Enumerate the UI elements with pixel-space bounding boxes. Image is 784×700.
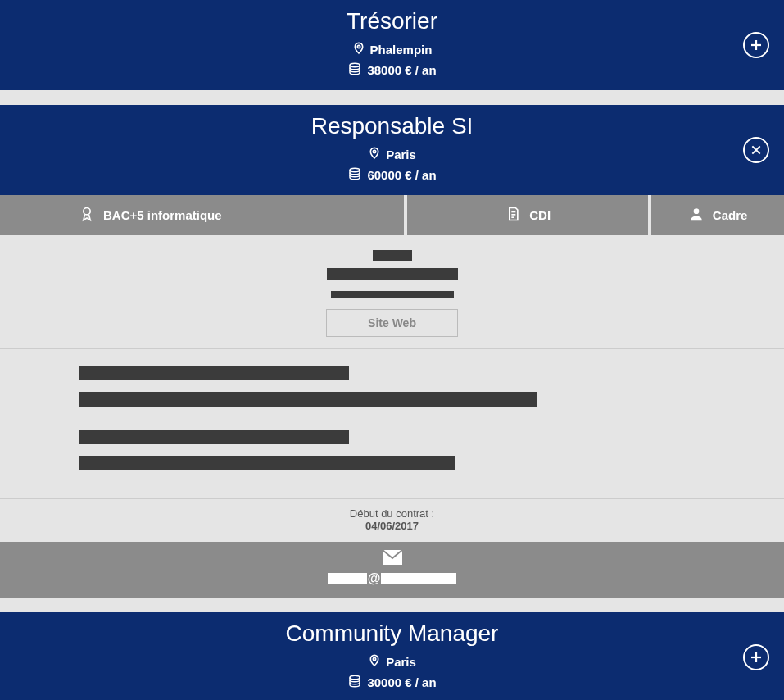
job-header: Trésorier Phalempin 38000 € / an — [0, 0, 784, 90]
close-button[interactable] — [743, 137, 769, 163]
svg-point-14 — [373, 657, 375, 660]
coins-icon — [347, 61, 362, 79]
job-location-row: Phalempin — [0, 41, 784, 58]
mail-icon — [0, 550, 784, 568]
info-block: Site Web — [0, 235, 784, 348]
svg-point-4 — [373, 150, 375, 152]
contract-start-block: Début du contrat : 04/06/2017 — [0, 498, 784, 542]
email-block: @ — [0, 542, 784, 598]
redacted-text — [79, 430, 349, 444]
expand-button[interactable] — [743, 32, 769, 58]
expand-button[interactable] — [743, 644, 769, 670]
meta-contract-type: CDI — [407, 195, 648, 235]
redacted-text — [79, 366, 349, 380]
redacted-text — [0, 268, 784, 283]
email-address[interactable]: @ — [328, 571, 457, 586]
job-salary-row: 38000 € / an — [0, 61, 784, 79]
description-block — [0, 348, 784, 498]
document-icon — [505, 206, 521, 225]
meta-contract-type-label: CDI — [529, 208, 551, 222]
job-card-expanded: Responsable SI Paris 60000 € / an BAC+5 … — [0, 105, 784, 598]
meta-education-label: BAC+5 informatique — [103, 208, 222, 222]
job-location: Phalempin — [370, 43, 433, 57]
job-card: Trésorier Phalempin 38000 € / an — [0, 0, 784, 90]
meta-status: Cadre — [651, 195, 784, 235]
pin-icon — [352, 41, 365, 58]
coins-icon — [347, 166, 362, 184]
job-card: Community Manager Paris 30000 € / an — [0, 612, 784, 700]
redacted-text — [381, 573, 456, 584]
svg-point-12 — [694, 208, 700, 214]
job-salary-row: 60000 € / an — [0, 166, 784, 184]
job-salary-row: 30000 € / an — [0, 674, 784, 691]
redacted-text — [328, 573, 367, 584]
job-location: Paris — [386, 148, 416, 161]
job-location: Paris — [386, 655, 416, 669]
job-salary: 60000 € / an — [367, 168, 436, 182]
svg-point-15 — [350, 675, 360, 680]
meta-status-label: Cadre — [713, 208, 748, 222]
pin-icon — [368, 146, 381, 163]
job-location-row: Paris — [0, 653, 784, 670]
job-title: Responsable SI — [0, 113, 784, 139]
job-salary: 30000 € / an — [367, 675, 436, 689]
contract-start-label: Début du contrat : — [0, 507, 784, 520]
svg-point-1 — [350, 63, 360, 67]
job-title: Community Manager — [0, 620, 784, 647]
job-salary: 38000 € / an — [367, 63, 436, 77]
svg-point-0 — [357, 45, 360, 48]
redacted-text — [0, 250, 784, 265]
svg-point-8 — [84, 208, 90, 215]
meta-education: BAC+5 informatique — [0, 195, 404, 235]
person-icon — [688, 206, 705, 225]
svg-point-5 — [350, 168, 360, 172]
redacted-text — [0, 286, 784, 301]
redacted-text — [79, 456, 455, 470]
meta-row: BAC+5 informatique CDI Cadre — [0, 195, 784, 235]
job-location-row: Paris — [0, 146, 784, 163]
job-header: Responsable SI Paris 60000 € / an — [0, 105, 784, 195]
email-at: @ — [367, 571, 382, 586]
redacted-text — [79, 392, 537, 407]
job-header: Community Manager Paris 30000 € / an — [0, 612, 784, 700]
pin-icon — [368, 653, 381, 670]
job-title: Trésorier — [0, 8, 784, 34]
coins-icon — [347, 674, 362, 691]
contract-start-date: 04/06/2017 — [0, 520, 784, 532]
badge-icon — [79, 205, 95, 225]
site-web-button[interactable]: Site Web — [326, 309, 458, 337]
